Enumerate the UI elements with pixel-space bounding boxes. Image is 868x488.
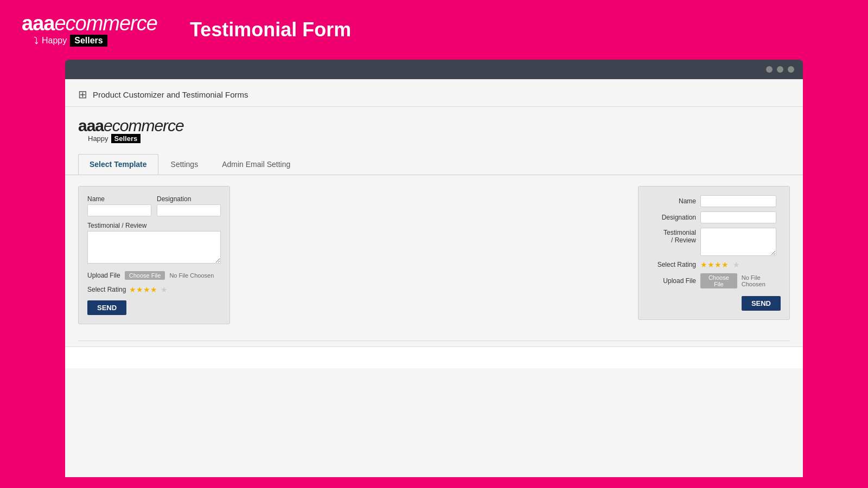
right-card-form: Name Designation Testimonial/ Review [647, 195, 781, 311]
right-name-row: Name [647, 195, 781, 207]
logo-italic: ecommerce [54, 12, 157, 35]
choose-file-button-right[interactable]: Choose File [700, 273, 737, 288]
choose-file-button-left[interactable]: Choose File [125, 271, 165, 280]
app-logo-happy: Happy [88, 134, 108, 143]
testimonial-section: Testimonial / Review [87, 222, 221, 266]
right-stars-filled[interactable]: ★★★★ [700, 260, 729, 269]
tabs-bar: Select Template Settings Admin Email Set… [65, 154, 803, 175]
right-designation-label: Designation [647, 214, 696, 221]
tab-admin-email[interactable]: Admin Email Setting [210, 154, 302, 175]
send-button-left[interactable]: SEND [87, 300, 126, 315]
right-testimonial-label: Testimonial/ Review [647, 228, 696, 244]
bottom-bar [65, 346, 803, 368]
page-title: Testimonial Form [190, 18, 351, 41]
upload-rating-row: Upload File Choose File No File Choosen [87, 271, 221, 280]
app-logo-subtitle: Happy Sellers [78, 134, 790, 143]
name-designation-row: Name Designation [87, 195, 221, 216]
name-field-group: Name [87, 195, 151, 216]
top-header: aaaecommerce ⤵ Happy Sellers Testimonial… [0, 0, 868, 60]
right-testimonial-textarea[interactable] [700, 228, 776, 256]
logo-happy: Happy [42, 36, 67, 46]
templates-area: Name Designation Testimonial / Review Up… [65, 175, 803, 335]
browser-titlebar [65, 60, 803, 79]
name-input[interactable] [87, 204, 151, 216]
right-upload-label: Upload File [647, 277, 696, 285]
tab-select-template[interactable]: Select Template [78, 154, 158, 175]
right-name-input[interactable] [700, 195, 776, 207]
rating-row-left: Select Rating ★★★★★ [87, 285, 221, 294]
tab-settings[interactable]: Settings [159, 154, 210, 175]
browser-dot-3 [788, 66, 794, 73]
right-rating-row: Select Rating ★★★★★ [647, 260, 781, 269]
app-logo-text: aaaecommerce [78, 118, 790, 134]
designation-input[interactable] [157, 204, 221, 216]
browser-dot-1 [766, 66, 773, 73]
send-button-right[interactable]: SEND [742, 296, 781, 311]
logo-subtitle: ⤵ Happy Sellers [22, 35, 107, 47]
left-template-card: Name Designation Testimonial / Review Up… [78, 186, 230, 324]
stars-filled-left[interactable]: ★★★★ [129, 285, 157, 294]
right-rating-label: Select Rating [647, 261, 696, 268]
right-designation-row: Designation [647, 211, 781, 223]
right-designation-input[interactable] [700, 211, 776, 223]
app-logo-italic: ecommerce [104, 117, 184, 134]
right-template-card: Name Designation Testimonial/ Review [638, 186, 790, 320]
select-rating-label-left: Select Rating [87, 286, 126, 293]
testimonial-label: Testimonial / Review [87, 222, 221, 229]
header-logo: aaaecommerce ⤵ Happy Sellers [22, 13, 157, 47]
testimonial-textarea[interactable] [87, 231, 221, 264]
no-file-text-right: No File Choosen [742, 274, 781, 287]
logo-sellers: Sellers [70, 35, 107, 47]
star-empty-left[interactable]: ★ [161, 285, 168, 294]
no-file-text-left: No File Choosen [169, 272, 214, 279]
plugin-header: ⊞ Product Customizer and Testimonial For… [65, 79, 803, 107]
right-send-row: SEND [647, 294, 781, 311]
plugin-title: Product Customizer and Testimonial Forms [93, 90, 248, 99]
logo-arrow-icon: ⤵ [34, 35, 39, 47]
designation-label: Designation [157, 195, 221, 203]
upload-label: Upload File [87, 272, 120, 279]
app-logo-bold: aaa [78, 117, 104, 134]
right-name-label: Name [647, 197, 696, 205]
separator-1 [78, 341, 790, 341]
browser-window: ⊞ Product Customizer and Testimonial For… [65, 60, 803, 477]
browser-content: ⊞ Product Customizer and Testimonial For… [65, 79, 803, 477]
browser-dot-2 [777, 66, 783, 73]
logo-bold: aaa [22, 12, 54, 35]
plugin-icon: ⊞ [78, 88, 87, 101]
header-logo-text: aaaecommerce [22, 13, 157, 34]
app-logo-sellers: Sellers [111, 134, 141, 143]
name-label: Name [87, 195, 151, 203]
right-testimonial-row: Testimonial/ Review [647, 228, 781, 256]
right-star-empty[interactable]: ★ [733, 260, 740, 269]
app-logo-area: aaaecommerce Happy Sellers [65, 107, 803, 149]
right-upload-row: Upload File Choose File No File Choosen [647, 273, 781, 288]
designation-field-group: Designation [157, 195, 221, 216]
